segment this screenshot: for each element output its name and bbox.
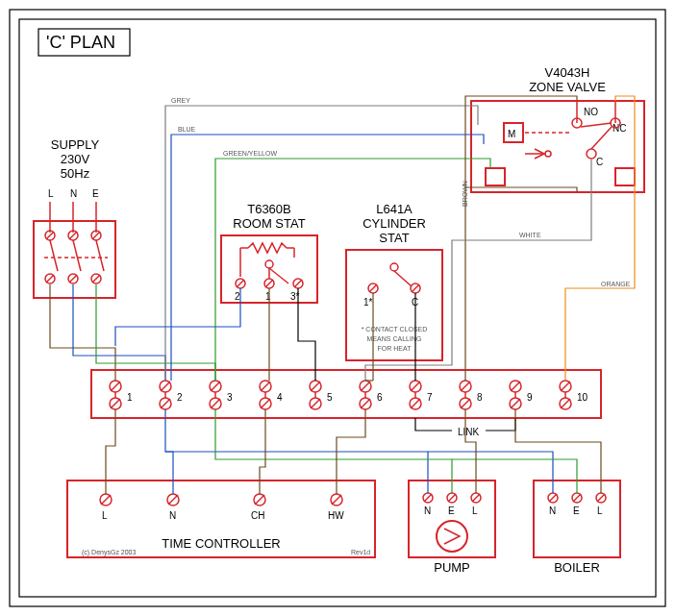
svg-text:T6360B: T6360B (247, 202, 291, 216)
svg-text:TIME CONTROLLER: TIME CONTROLLER (162, 536, 281, 551)
svg-text:N: N (70, 188, 77, 199)
svg-line-60 (265, 280, 273, 287)
svg-text:NO: NO (584, 107, 598, 117)
svg-rect-44 (486, 168, 505, 185)
svg-point-55 (265, 260, 273, 268)
svg-text:HW: HW (328, 510, 344, 521)
svg-text:E: E (448, 505, 455, 516)
svg-text:1*: 1* (363, 297, 373, 308)
svg-line-20 (96, 240, 104, 271)
svg-line-147 (101, 495, 111, 505)
svg-line-90 (161, 382, 170, 391)
svg-text:N: N (169, 510, 176, 521)
svg-line-104 (261, 399, 270, 408)
svg-text:CH: CH (251, 510, 264, 521)
room-stat: T6360B ROOM STAT 2 1 3* (221, 202, 317, 303)
svg-text:ORANGE: ORANGE (601, 281, 631, 287)
svg-text:BOILER: BOILER (554, 560, 600, 575)
svg-line-149 (168, 495, 178, 505)
svg-line-62 (294, 280, 302, 287)
wiring-diagram: 'C' PLAN SUPPLY 230V 50Hz L N E V4043H Z… (0, 0, 675, 616)
svg-line-92 (161, 399, 170, 408)
svg-line-84 (111, 382, 120, 391)
svg-line-96 (211, 382, 220, 391)
svg-rect-82 (91, 370, 601, 418)
svg-text:10: 10 (577, 392, 588, 403)
svg-text:LINK: LINK (458, 427, 480, 437)
svg-line-151 (255, 495, 264, 505)
svg-line-120 (411, 382, 420, 391)
svg-line-13 (46, 232, 54, 239)
svg-text:C: C (596, 157, 603, 167)
svg-text:GREY: GREY (171, 97, 190, 104)
svg-text:M: M (508, 129, 515, 139)
svg-point-71 (390, 263, 398, 271)
svg-text:L: L (48, 188, 54, 199)
svg-text:N: N (424, 505, 431, 516)
svg-line-175 (549, 494, 557, 502)
svg-line-114 (361, 382, 370, 391)
svg-text:N: N (549, 505, 556, 516)
svg-line-72 (394, 271, 412, 286)
svg-text:7: 7 (427, 392, 433, 403)
svg-text:6: 6 (377, 392, 383, 403)
svg-line-177 (573, 494, 581, 502)
svg-line-108 (311, 382, 320, 391)
svg-line-102 (261, 382, 270, 391)
svg-text:3: 3 (227, 392, 233, 403)
time-controller: L N CH HW TIME CONTROLLER (c) DenysGz 20… (67, 480, 375, 557)
svg-line-163 (424, 494, 432, 502)
svg-line-132 (511, 382, 520, 391)
svg-rect-45 (615, 168, 635, 185)
svg-rect-30 (471, 101, 644, 192)
svg-text:FOR HEAT: FOR HEAT (378, 345, 412, 352)
svg-line-138 (561, 382, 570, 391)
zone-valve: V4043H ZONE VALVE NO NC C M (471, 65, 644, 192)
svg-line-140 (561, 399, 570, 408)
svg-text:1: 1 (127, 392, 133, 403)
svg-text:4: 4 (277, 392, 283, 403)
svg-text:9: 9 (527, 392, 533, 403)
svg-text:8: 8 (477, 392, 483, 403)
svg-text:PUMP: PUMP (434, 560, 470, 575)
svg-text:GREEN/YELLOW: GREEN/YELLOW (223, 150, 277, 157)
svg-line-58 (237, 280, 244, 287)
svg-line-15 (69, 232, 77, 239)
svg-line-76 (412, 284, 419, 292)
svg-text:WHITE: WHITE (519, 232, 541, 238)
svg-line-128 (461, 399, 470, 408)
supply-block: SUPPLY 230V 50Hz L N E (34, 137, 115, 298)
svg-text:BROWN: BROWN (462, 181, 468, 207)
boiler: N E L BOILER (534, 480, 620, 575)
svg-line-41 (591, 127, 612, 149)
svg-text:ZONE VALVE: ZONE VALVE (529, 80, 606, 94)
svg-text:Rev1d: Rev1d (351, 549, 370, 555)
svg-line-126 (461, 382, 470, 391)
title: 'C' PLAN (46, 33, 115, 52)
svg-text:1: 1 (265, 291, 271, 302)
svg-line-179 (597, 494, 605, 502)
svg-text:ROOM STAT: ROOM STAT (233, 216, 305, 231)
svg-line-23 (46, 275, 54, 283)
svg-text:L: L (597, 505, 603, 516)
svg-line-18 (50, 240, 58, 271)
junction-strip (91, 370, 601, 418)
svg-text:* CONTACT CLOSED: * CONTACT CLOSED (362, 326, 428, 333)
svg-line-98 (211, 399, 220, 408)
svg-text:5: 5 (327, 392, 333, 403)
svg-point-171 (437, 521, 467, 552)
svg-line-165 (448, 494, 456, 502)
svg-line-74 (369, 284, 377, 292)
svg-text:MEANS CALLING: MEANS CALLING (367, 335, 422, 342)
svg-text:STAT: STAT (379, 231, 409, 245)
svg-point-40 (587, 149, 596, 159)
svg-text:E: E (92, 188, 99, 199)
pump: N E L PUMP (409, 480, 495, 575)
svg-line-122 (411, 399, 420, 408)
svg-line-116 (361, 399, 370, 408)
svg-text:230V: 230V (61, 152, 90, 166)
cylinder-stat: L641A CYLINDER STAT 1* C * CONTACT CLOSE… (346, 202, 442, 360)
svg-text:L: L (472, 505, 478, 516)
svg-text:L641A: L641A (376, 202, 412, 216)
svg-line-153 (332, 495, 341, 505)
